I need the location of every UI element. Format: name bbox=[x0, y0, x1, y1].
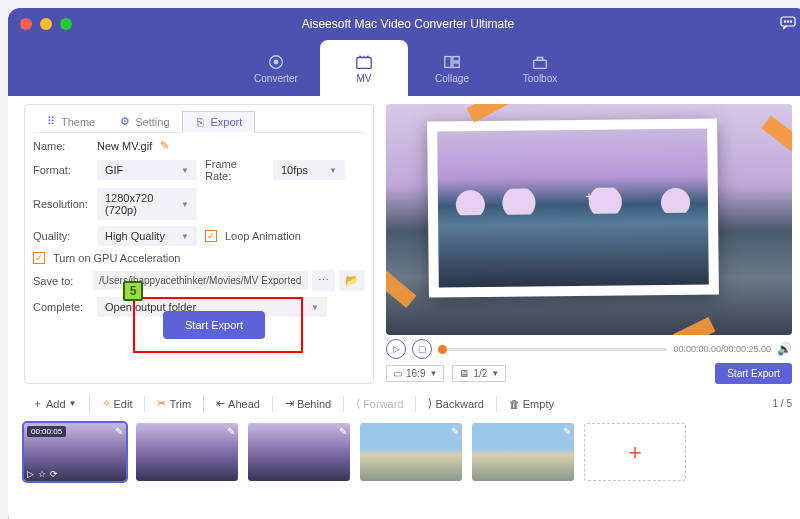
resolution-select[interactable]: 1280x720 (720p) ▼ bbox=[97, 188, 197, 220]
edit-button[interactable]: ✧Edit bbox=[94, 393, 141, 414]
clip-thumb-2[interactable]: ✎ bbox=[136, 423, 238, 481]
crosshair-icon: ＋ bbox=[583, 188, 595, 205]
framerate-select[interactable]: 10fps ▼ bbox=[273, 160, 345, 180]
quality-select[interactable]: High Quality ▼ bbox=[97, 226, 197, 246]
nav-toolbox[interactable]: Toolbox bbox=[496, 40, 584, 96]
tab-theme[interactable]: ⠿ Theme bbox=[33, 111, 107, 132]
close-icon[interactable] bbox=[20, 18, 32, 30]
settings-panel: ⠿ Theme ⚙ Setting ⎘ Export Name: New MV.… bbox=[24, 104, 374, 384]
forward-button: ⟨Forward bbox=[348, 393, 411, 414]
svg-point-2 bbox=[787, 20, 788, 21]
theme-icon: ⠿ bbox=[45, 116, 57, 128]
forward-label: Forward bbox=[363, 398, 403, 410]
clip-edit-icon[interactable]: ✎ bbox=[227, 426, 235, 437]
trim-label: Trim bbox=[169, 398, 191, 410]
trim-button[interactable]: ✂Trim bbox=[149, 393, 199, 414]
loop-label: Loop Animation bbox=[225, 230, 301, 242]
minimize-icon[interactable] bbox=[40, 18, 52, 30]
separator bbox=[272, 396, 273, 412]
empty-button[interactable]: 🗑Empty bbox=[501, 394, 562, 414]
nav-collage-label: Collage bbox=[435, 73, 469, 84]
annotation-step-badge: 5 bbox=[123, 281, 143, 301]
add-button[interactable]: ＋Add▼ bbox=[24, 392, 85, 415]
add-clip-card[interactable]: ＋ bbox=[584, 423, 686, 481]
window-controls bbox=[20, 18, 72, 30]
scissors-icon: ✂ bbox=[157, 397, 166, 410]
nav-mv[interactable]: MV bbox=[320, 40, 408, 96]
svg-rect-6 bbox=[357, 57, 371, 68]
stop-button[interactable]: ▢ bbox=[412, 339, 432, 359]
feedback-icon[interactable] bbox=[780, 16, 796, 33]
seek-handle[interactable] bbox=[438, 345, 447, 354]
row-quality: Quality: High Quality ▼ ✓ Loop Animation bbox=[33, 226, 365, 246]
export-icon: ⎘ bbox=[195, 116, 207, 128]
clip-edit-icon[interactable]: ✎ bbox=[115, 426, 123, 437]
plus-icon: ＋ bbox=[32, 396, 43, 411]
pencil-icon[interactable]: ✎ bbox=[160, 139, 169, 152]
nav-collage[interactable]: Collage bbox=[408, 40, 496, 96]
backward-button[interactable]: ⟩Backward bbox=[420, 393, 491, 414]
format-value: GIF bbox=[105, 164, 123, 176]
clip-edit-icon[interactable]: ✎ bbox=[451, 426, 459, 437]
resolution-value: 1280x720 (720p) bbox=[105, 192, 181, 216]
chevron-down-icon: ▼ bbox=[181, 166, 189, 175]
monitor-icon: 🖥 bbox=[459, 368, 469, 379]
clip-thumb-4[interactable]: ✎ bbox=[360, 423, 462, 481]
aspect-value: 16:9 bbox=[406, 368, 425, 379]
upper-row: ⠿ Theme ⚙ Setting ⎘ Export Name: New MV.… bbox=[24, 104, 792, 384]
svg-rect-8 bbox=[453, 56, 459, 61]
loop-checkbox[interactable]: ✓ bbox=[205, 230, 217, 242]
row-name: Name: New MV.gif ✎ bbox=[33, 139, 365, 152]
separator bbox=[415, 396, 416, 412]
separator bbox=[144, 396, 145, 412]
tab-theme-label: Theme bbox=[61, 116, 95, 128]
preview-options: ▭ 16:9 ▼ 🖥 1/2 ▼ Start Export bbox=[386, 363, 792, 384]
open-folder-icon[interactable]: 📂 bbox=[339, 270, 365, 291]
volume-icon[interactable]: 🔊 bbox=[777, 342, 792, 356]
nav-mv-label: MV bbox=[357, 73, 372, 84]
time-total: 00:00:25.00 bbox=[723, 344, 771, 354]
clip-edit-icon[interactable]: ✎ bbox=[339, 426, 347, 437]
edit-label: Edit bbox=[114, 398, 133, 410]
clip-edit-icon[interactable]: ✎ bbox=[563, 426, 571, 437]
format-select[interactable]: GIF ▼ bbox=[97, 160, 197, 180]
empty-label: Empty bbox=[523, 398, 554, 410]
aspect-select[interactable]: ▭ 16:9 ▼ bbox=[386, 365, 444, 382]
clip-thumb-1[interactable]: 00:00:05 ✎ ▷☆⟳ bbox=[24, 423, 126, 481]
play-button[interactable]: ▷ bbox=[386, 339, 406, 359]
start-export-small-button[interactable]: Start Export bbox=[715, 363, 792, 384]
seek-bar[interactable] bbox=[438, 348, 667, 351]
play-icon[interactable]: ▷ bbox=[27, 469, 34, 479]
tab-export[interactable]: ⎘ Export bbox=[182, 111, 256, 133]
clip-thumb-5[interactable]: ✎ bbox=[472, 423, 574, 481]
tab-export-label: Export bbox=[211, 116, 243, 128]
more-button[interactable]: ⋯ bbox=[312, 270, 335, 291]
page-value: 1/2 bbox=[473, 368, 487, 379]
behind-icon: ⇥ bbox=[285, 397, 294, 410]
ahead-button[interactable]: ⇤Ahead bbox=[208, 393, 268, 414]
clip-thumb-3[interactable]: ✎ bbox=[248, 423, 350, 481]
page-select[interactable]: 🖥 1/2 ▼ bbox=[452, 365, 506, 382]
maximize-icon[interactable] bbox=[60, 18, 72, 30]
playback-controls: ▷ ▢ 00:00:00.00/00:00:25.00 🔊 bbox=[386, 339, 792, 359]
svg-rect-9 bbox=[453, 62, 459, 67]
start-export-button[interactable]: Start Export bbox=[163, 311, 265, 339]
svg-rect-10 bbox=[534, 60, 547, 68]
chevron-down-icon: ▼ bbox=[181, 200, 189, 209]
tape-decoration bbox=[467, 104, 510, 122]
format-label: Format: bbox=[33, 164, 89, 176]
screen-icon: ▭ bbox=[393, 368, 402, 379]
name-label: Name: bbox=[33, 140, 89, 152]
gpu-label: Turn on GPU Acceleration bbox=[53, 252, 180, 264]
star-icon[interactable]: ☆ bbox=[38, 469, 46, 479]
preview-video[interactable]: ＋ bbox=[386, 104, 792, 335]
app-window: Aiseesoft Mac Video Converter Ultimate C… bbox=[8, 8, 800, 519]
tab-setting[interactable]: ⚙ Setting bbox=[107, 111, 181, 132]
svg-point-1 bbox=[784, 20, 785, 21]
saveto-label: Save to: bbox=[33, 275, 89, 287]
gpu-checkbox[interactable]: ✓ bbox=[33, 252, 45, 264]
behind-button[interactable]: ⇥Behind bbox=[277, 393, 339, 414]
sync-icon[interactable]: ⟳ bbox=[50, 469, 58, 479]
chevron-down-icon: ▼ bbox=[491, 369, 499, 378]
nav-converter[interactable]: Converter bbox=[232, 40, 320, 96]
